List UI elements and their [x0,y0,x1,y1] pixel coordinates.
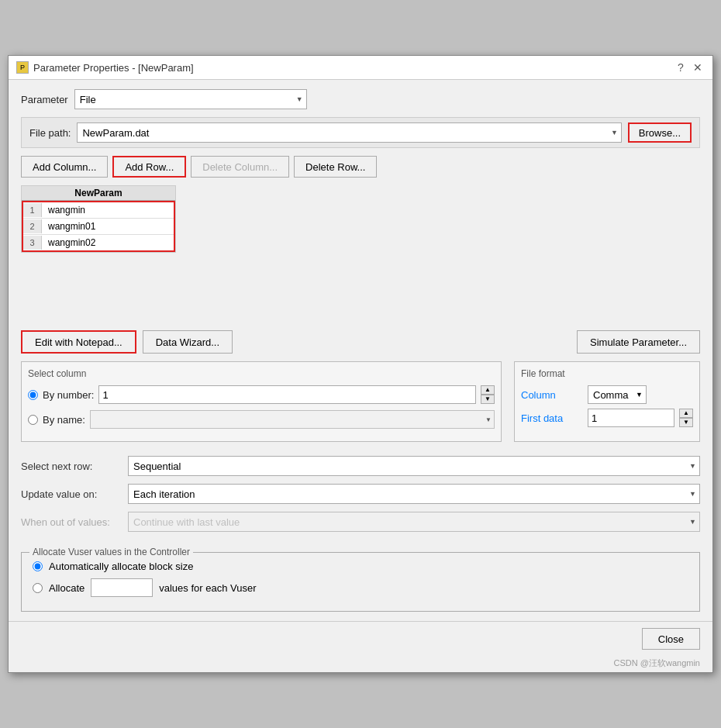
browse-button[interactable]: Browse... [628,122,692,143]
select-next-row-select[interactable]: Sequential Random Unique [128,456,700,476]
filepath-combo[interactable]: NewParam.dat [77,122,621,143]
table-column-header: NewParam [22,186,175,201]
by-number-spin-up[interactable]: ▲ [481,385,495,395]
update-value-wrap: Each iteration Each occurrence Once [128,484,700,504]
format-firstdata-spin-up[interactable]: ▲ [679,409,693,418]
allocate-value-input[interactable] [91,578,153,597]
watermark: CSDN @汪软wangmin [9,656,712,672]
data-table: NewParam 1 wangmin 2 wangmin01 3 wangmin… [21,185,176,253]
toolbar-row: Add Column... Add Row... Delete Column..… [21,156,700,178]
table-row: 2 wangmin01 [23,219,174,235]
auto-allocate-radio[interactable] [33,561,43,571]
out-of-values-row: When out of values: Continue with last v… [21,512,700,532]
manual-allocate-radio[interactable] [33,583,43,593]
table-row: 3 wangmin02 [23,235,174,250]
by-name-radio[interactable] [28,415,38,425]
help-button[interactable]: ? [674,60,688,74]
title-bar-left: P Parameter Properties - [NewParam] [16,61,194,74]
row-num-3: 3 [23,236,42,250]
by-number-radio[interactable] [28,390,38,400]
close-title-button[interactable]: ✕ [691,60,705,74]
allocate-group: Allocate Vuser values in the Controller … [21,552,700,612]
out-of-values-label: When out of values: [21,516,122,528]
out-of-values-wrap: Continue with last value Abort Vuser Cyc… [128,512,700,532]
data-wizard-button[interactable]: Data Wizard... [143,330,233,354]
footer-row: Close [9,621,712,656]
parameter-select-wrap: File Number String DateTime [74,89,307,109]
row-val-3: wangmin02 [42,235,174,250]
filepath-row: File path: NewParam.dat Browse... [21,117,700,148]
add-column-button[interactable]: Add Column... [21,156,108,178]
two-panel: Select column By number: ▲ ▼ By name: [21,361,700,442]
title-bar: P Parameter Properties - [NewParam] ? ✕ [9,56,712,80]
parameter-properties-dialog: P Parameter Properties - [NewParam] ? ✕ … [8,55,713,673]
format-firstdata-spinner: ▲ ▼ [679,409,693,427]
dialog-title: Parameter Properties - [NewParam] [33,62,194,74]
format-column-row: Column Comma Tab Space ▼ [521,385,693,404]
out-of-values-select[interactable]: Continue with last value Abort Vuser Cyc… [128,512,700,532]
format-column-label: Column [521,389,583,401]
table-body: 1 wangmin 2 wangmin01 3 wangmin02 [22,201,175,252]
title-controls: ? ✕ [674,60,705,74]
file-format-panel: File format Column Comma Tab Space ▼ [514,361,700,442]
dialog-icon: P [16,61,29,74]
select-next-row-row: Select next row: Sequential Random Uniqu… [21,456,700,476]
format-firstdata-label: First data [521,412,583,424]
select-column-title: Select column [28,368,495,379]
close-button[interactable]: Close [642,628,700,650]
bottom-toolbar: Edit with Notepad... Data Wizard... Simu… [21,330,700,354]
parameter-select[interactable]: File Number String DateTime [74,89,307,109]
manual-allocate-label: Allocate [49,582,85,594]
auto-allocate-row: Automatically allocate block size [33,561,688,572]
select-column-panel: Select column By number: ▲ ▼ By name: [21,361,502,442]
by-number-spinner: ▲ ▼ [481,385,495,404]
format-firstdata-row: First data ▲ ▼ [521,409,693,427]
delete-row-button[interactable]: Delete Row... [294,156,377,178]
manual-allocate-row: Allocate values for each Vuser [33,578,688,597]
update-value-row: Update value on: Each iteration Each occ… [21,484,700,504]
by-name-row: By name: [28,410,495,429]
simulate-button[interactable]: Simulate Parameter... [577,330,700,354]
update-value-label: Update value on: [21,488,122,500]
filepath-combo-wrap: NewParam.dat [77,122,621,143]
select-next-row-label: Select next row: [21,461,122,472]
file-format-title: File format [521,368,693,379]
dialog-content: Parameter File Number String DateTime Fi… [9,80,712,621]
allocate-legend: Allocate Vuser values in the Controller [29,547,193,557]
update-value-select[interactable]: Each iteration Each occurrence Once [128,484,700,504]
format-firstdata-spin-down[interactable]: ▼ [679,418,693,427]
row-val-2: wangmin01 [42,219,174,234]
by-name-label: By name: [43,414,85,426]
row-val-1: wangmin [42,202,174,218]
properties-section: Select next row: Sequential Random Uniqu… [21,456,700,540]
parameter-row: Parameter File Number String DateTime [21,89,700,109]
format-column-select-wrap: Comma Tab Space ▼ [588,385,647,404]
row-num-2: 2 [23,219,42,233]
by-number-label: By number: [43,389,94,401]
add-row-button[interactable]: Add Row... [112,156,186,178]
filepath-label: File path: [29,127,71,139]
auto-allocate-label: Automatically allocate block size [49,561,193,572]
each-vuser-label: values for each Vuser [159,582,256,594]
format-column-select[interactable]: Comma Tab Space [588,385,647,404]
table-row: 1 wangmin [23,202,174,219]
format-firstdata-input[interactable] [588,409,674,427]
delete-column-button[interactable]: Delete Column... [191,156,289,178]
edit-notepad-button[interactable]: Edit with Notepad... [21,330,136,354]
parameter-label: Parameter [21,94,68,105]
row-num-1: 1 [23,203,42,217]
select-next-row-wrap: Sequential Random Unique [128,456,700,476]
by-number-row: By number: ▲ ▼ [28,385,495,404]
by-number-input[interactable] [98,385,476,404]
by-name-combo[interactable] [90,410,495,429]
by-name-combo-wrap [90,410,495,429]
by-number-spin-down[interactable]: ▼ [481,395,495,404]
